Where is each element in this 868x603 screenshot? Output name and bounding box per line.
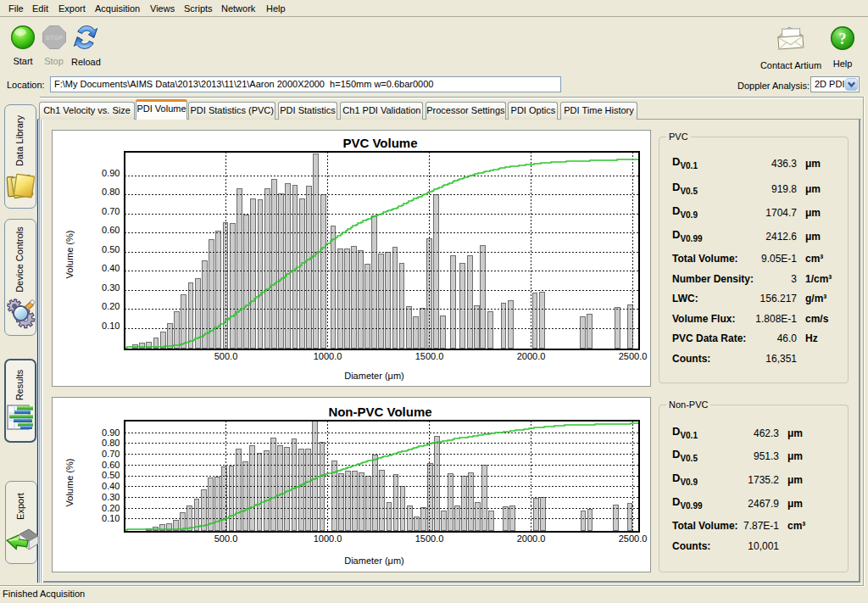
svg-text:1500.0: 1500.0 (415, 533, 443, 544)
svg-text:0.10: 0.10 (102, 513, 120, 523)
svg-text:0.70: 0.70 (102, 206, 120, 216)
svg-text:STOP: STOP (45, 34, 62, 42)
svg-text:0.80: 0.80 (102, 438, 120, 448)
svg-text:0.20: 0.20 (102, 503, 120, 513)
svg-text:0.90: 0.90 (102, 427, 120, 438)
svg-text:1500.0: 1500.0 (415, 351, 443, 361)
svg-text:0.50: 0.50 (102, 470, 120, 480)
svg-text:?: ? (839, 31, 847, 47)
svg-text:2000.0: 2000.0 (516, 351, 545, 361)
svg-text:0.20: 0.20 (102, 301, 120, 311)
svg-text:2500.0: 2500.0 (618, 533, 647, 544)
svg-text:0.10: 0.10 (102, 321, 120, 331)
svg-text:0.70: 0.70 (102, 449, 120, 459)
svg-text:2500.0: 2500.0 (618, 351, 647, 361)
svg-text:0.40: 0.40 (102, 263, 120, 273)
svg-text:0.90: 0.90 (102, 168, 120, 178)
svg-text:0.80: 0.80 (102, 187, 120, 197)
svg-text:2000.0: 2000.0 (516, 533, 545, 544)
svg-text:0.40: 0.40 (102, 481, 120, 491)
svg-text:0.50: 0.50 (102, 244, 120, 254)
svg-text:500.0: 500.0 (214, 533, 237, 544)
svg-text:0.30: 0.30 (102, 282, 120, 293)
svg-text:500.0: 500.0 (214, 351, 237, 361)
svg-text:1000.0: 1000.0 (313, 533, 342, 544)
svg-text:0.60: 0.60 (102, 460, 120, 470)
svg-text:0.60: 0.60 (102, 225, 120, 235)
svg-text:0.30: 0.30 (102, 492, 120, 502)
svg-text:1000.0: 1000.0 (313, 351, 342, 361)
